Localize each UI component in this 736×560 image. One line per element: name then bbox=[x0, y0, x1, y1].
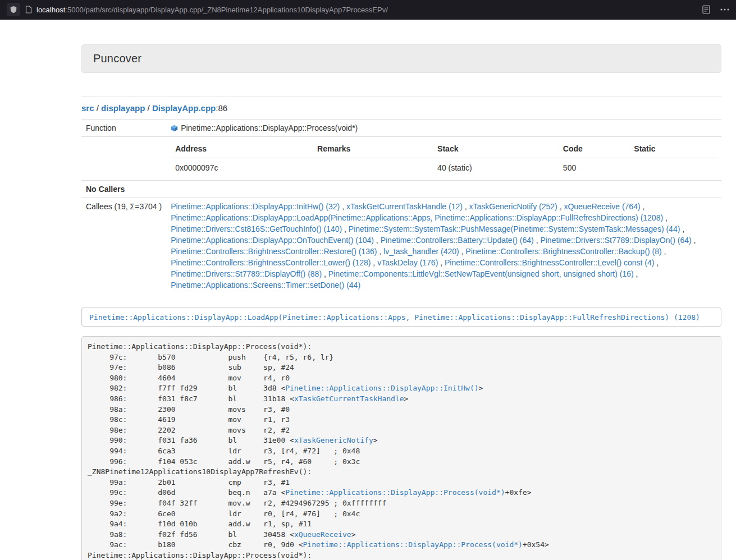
callee-link[interactable]: Pinetime::Applications::DisplayApp::Init… bbox=[171, 202, 340, 211]
page-container: Puncover src / displayapp / DisplayApp.c… bbox=[81, 44, 721, 560]
function-name: Pinetime::Applications::DisplayApp::Proc… bbox=[181, 122, 358, 134]
breadcrumb-line-ref: :86 bbox=[216, 103, 227, 113]
callee-link[interactable]: Pinetime::System::SystemTask::PushMessag… bbox=[349, 224, 680, 233]
function-row: Function Pinetime::Applications::Display… bbox=[81, 120, 721, 137]
page-title: Puncover bbox=[93, 52, 710, 65]
callees-row: Callees (19, Σ=3704 ) Pinetime::Applicat… bbox=[81, 198, 721, 294]
function-icon bbox=[171, 125, 178, 132]
stats-header-remarks: Remarks bbox=[313, 140, 433, 158]
shield-glyph bbox=[10, 6, 17, 13]
stats-address: 0x0000097c bbox=[171, 158, 313, 178]
breadcrumb: src / displayapp / DisplayApp.cpp:86 bbox=[81, 103, 721, 113]
callee-link[interactable]: Pinetime::Controllers::BrightnessControl… bbox=[445, 258, 654, 267]
function-row-label: Function bbox=[81, 120, 166, 137]
stats-code: 500 bbox=[559, 158, 629, 178]
app-header-panel: Puncover bbox=[81, 44, 721, 73]
stats-data-row: 0x0000097c 40 (static) 500 bbox=[171, 158, 717, 178]
disassembly: Pinetime::Applications::DisplayApp::Proc… bbox=[81, 336, 721, 560]
callee-link[interactable]: xTaskGenericNotify (252) bbox=[469, 202, 557, 211]
reader-view-glyph bbox=[702, 5, 710, 14]
code-symbol-link[interactable]: xQueueReceive bbox=[294, 530, 351, 539]
callee-link[interactable]: Pinetime::Drivers::St7789::DisplayOn() (… bbox=[540, 236, 691, 245]
callees-list: Pinetime::Applications::DisplayApp::Init… bbox=[166, 198, 721, 294]
callee-link[interactable]: Pinetime::Controllers::BrightnessControl… bbox=[171, 247, 377, 256]
callee-link[interactable]: Pinetime::Applications::DisplayApp::Load… bbox=[171, 213, 663, 222]
stats-row: Address Remarks Stack Code Static 0x0000… bbox=[81, 137, 721, 181]
code-symbol-link[interactable]: Pinetime::Applications::DisplayApp::Init… bbox=[285, 384, 478, 392]
code-symbol-link[interactable]: Pinetime::Applications::DisplayApp::Proc… bbox=[285, 488, 505, 497]
code-symbol-link[interactable]: xTaskGetCurrentTaskHandle bbox=[294, 394, 404, 403]
function-table: Function Pinetime::Applications::Display… bbox=[81, 119, 721, 293]
url-bar[interactable]: localhost:5000/path/src/displayapp/Displ… bbox=[25, 6, 697, 14]
breadcrumb-link-displayapp[interactable]: displayapp bbox=[101, 103, 145, 113]
no-callers-row: No Callers bbox=[81, 181, 721, 198]
stats-header-code: Code bbox=[559, 140, 629, 158]
callee-link[interactable]: Pinetime::Controllers::BrightnessControl… bbox=[465, 247, 661, 256]
stats-remarks bbox=[313, 158, 433, 178]
highlighted-symbol-panel: Pinetime::Applications::DisplayApp::Load… bbox=[81, 307, 721, 327]
menu-dots-glyph bbox=[720, 8, 729, 11]
breadcrumb-link-file[interactable]: DisplayApp.cpp bbox=[152, 103, 216, 113]
stats-header-static: Static bbox=[629, 140, 717, 158]
browser-chrome: localhost:5000/path/src/displayapp/Displ… bbox=[0, 0, 736, 20]
reader-view-icon[interactable] bbox=[702, 5, 710, 14]
divider bbox=[81, 97, 721, 97]
callee-link[interactable]: Pinetime::Drivers::Cst816S::GetTouchInfo… bbox=[171, 224, 342, 233]
callee-link[interactable]: Pinetime::Controllers::Battery::Update()… bbox=[381, 236, 534, 245]
breadcrumb-separator: / bbox=[94, 103, 102, 113]
url-host: localhost bbox=[36, 6, 65, 14]
stats-header-address: Address bbox=[171, 140, 313, 158]
callee-link[interactable]: Pinetime::Controllers::BrightnessControl… bbox=[171, 258, 371, 267]
url-path: :5000/path/src/displayapp/DisplayApp.cpp… bbox=[65, 6, 388, 14]
url-text: localhost:5000/path/src/displayapp/Displ… bbox=[36, 6, 388, 14]
menu-icon[interactable] bbox=[720, 8, 729, 11]
callee-link[interactable]: Pinetime::Applications::DisplayApp::OnTo… bbox=[171, 236, 374, 245]
chrome-actions bbox=[702, 5, 729, 14]
callee-link[interactable]: vTaskDelay (176) bbox=[377, 258, 438, 267]
callee-link[interactable]: xTaskGetCurrentTaskHandle (12) bbox=[346, 202, 463, 211]
breadcrumb-link-src[interactable]: src bbox=[81, 103, 94, 113]
tracking-shield-icon[interactable] bbox=[7, 3, 20, 16]
breadcrumb-separator: / bbox=[145, 103, 152, 113]
stats-stack: 40 (static) bbox=[433, 158, 559, 178]
callee-link[interactable]: Pinetime::Drivers::St7789::DisplayOff() … bbox=[171, 269, 322, 278]
callee-link[interactable]: Pinetime::Applications::Screens::Timer::… bbox=[171, 281, 360, 290]
page-icon bbox=[25, 6, 32, 13]
stats-static bbox=[629, 158, 717, 178]
callee-link[interactable]: xQueueReceive (764) bbox=[564, 202, 640, 211]
callees-label: Callees (19, Σ=3704 ) bbox=[81, 198, 166, 294]
stats-header-stack: Stack bbox=[433, 140, 559, 158]
no-callers-label: No Callers bbox=[81, 181, 166, 198]
function-name-cell: Pinetime::Applications::DisplayApp::Proc… bbox=[171, 122, 717, 134]
highlighted-symbol-link[interactable]: Pinetime::Applications::DisplayApp::Load… bbox=[89, 313, 700, 322]
code-symbol-link[interactable]: xTaskGenericNotify bbox=[294, 436, 373, 444]
callee-link[interactable]: lv_task_handler (420) bbox=[383, 247, 459, 256]
code-symbol-link[interactable]: Pinetime::Applications::DisplayApp::Proc… bbox=[303, 540, 523, 549]
callee-link[interactable]: Pinetime::Components::LittleVgl::SetNewT… bbox=[328, 269, 634, 278]
stats-table: Address Remarks Stack Code Static 0x0000… bbox=[171, 140, 717, 177]
